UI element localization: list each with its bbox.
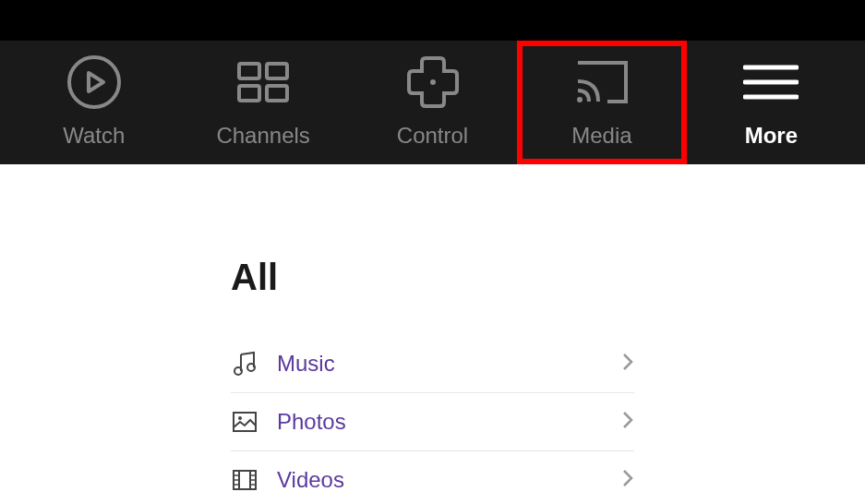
dpad-icon (405, 56, 461, 108)
content-area: All Music Photos (0, 164, 865, 504)
grid-icon (235, 56, 291, 108)
cast-icon (574, 56, 630, 108)
photo-icon (231, 408, 258, 436)
svg-rect-1 (239, 64, 259, 78)
nav-channels[interactable]: Channels (178, 41, 347, 164)
section-title: All (231, 257, 634, 298)
svg-point-13 (238, 416, 242, 420)
top-navigation: Watch Channels Control (0, 41, 865, 164)
svg-rect-3 (239, 86, 259, 101)
svg-point-6 (577, 97, 583, 102)
nav-watch[interactable]: Watch (9, 41, 178, 164)
status-bar (0, 0, 865, 41)
nav-watch-label: Watch (63, 123, 125, 149)
chevron-right-icon (621, 353, 634, 375)
play-circle-icon (66, 56, 122, 108)
nav-media[interactable]: Media (517, 41, 686, 164)
hamburger-icon (743, 56, 799, 108)
list-item-music[interactable]: Music (231, 335, 634, 393)
music-icon (231, 350, 258, 378)
list-item-label: Videos (277, 467, 621, 493)
svg-rect-4 (267, 86, 287, 101)
nav-control[interactable]: Control (348, 41, 517, 164)
chevron-right-icon (621, 469, 634, 491)
nav-media-label: Media (571, 123, 631, 149)
svg-rect-2 (267, 64, 287, 78)
nav-more[interactable]: More (687, 41, 856, 164)
video-icon (231, 466, 258, 494)
list-item-videos[interactable]: Videos (231, 451, 634, 504)
list-item-label: Music (277, 351, 621, 377)
nav-control-label: Control (397, 123, 468, 149)
nav-more-label: More (745, 123, 798, 149)
svg-point-0 (69, 57, 119, 107)
chevron-right-icon (621, 411, 634, 433)
list-item-photos[interactable]: Photos (231, 393, 634, 451)
list-item-label: Photos (277, 409, 621, 435)
svg-point-5 (430, 79, 436, 85)
nav-channels-label: Channels (216, 123, 309, 149)
